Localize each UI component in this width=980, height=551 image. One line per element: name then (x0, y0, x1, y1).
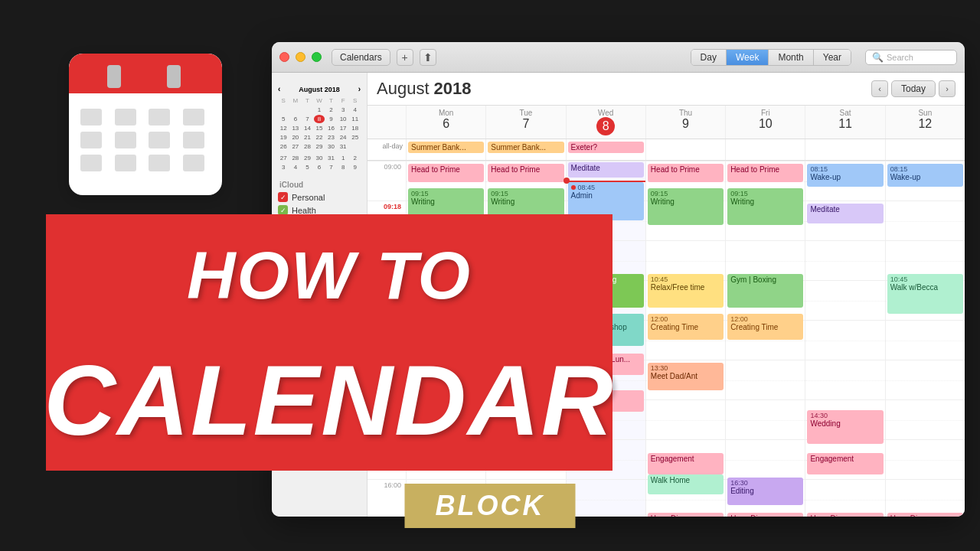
allday-event-exeter[interactable]: Exeter? (568, 142, 644, 153)
event-have-dinner-sat[interactable]: Have Dinner (807, 513, 883, 517)
search-box[interactable]: 🔍 Search (865, 50, 957, 65)
add-button[interactable]: + (397, 49, 413, 66)
event-walk-home[interactable]: Walk Home (648, 474, 724, 494)
event-meditate-wed[interactable]: Meditate (568, 162, 644, 178)
allday-fri (725, 139, 805, 160)
day-column-fri: Head to Prime 09:15 Writing Gym | Boxing… (725, 161, 805, 517)
event-writing-fri[interactable]: 09:15 Writing (727, 188, 803, 225)
personal-checkbox[interactable]: ✓ (278, 192, 288, 202)
mini-cal-prev[interactable]: ‹ (278, 85, 280, 93)
event-wakeup-sun[interactable]: 08:15 Wake-up (887, 164, 963, 187)
event-head-to-prime-tue[interactable]: Head to Prime (488, 164, 564, 182)
event-head-prime-fri[interactable]: Head to Prime (727, 164, 803, 182)
how-to-text: HOW TO (187, 236, 472, 315)
event-have-dinner-thu[interactable]: Have Dinner (648, 513, 724, 517)
allday-event-summer[interactable]: Summer Bank... (408, 142, 484, 153)
how-to-overlay: HOW TO (46, 214, 612, 337)
event-head-to-prime-mon[interactable]: Head to Prime (408, 164, 484, 182)
day-headers: Mon6 Tue7 Wed8 Thu9 Fri10 Sat11 (368, 106, 965, 139)
allday-mon: Summer Bank... (406, 139, 485, 160)
view-switcher: Day Week Month Year (691, 49, 851, 66)
allday-row: all-day Summer Bank... Summer Bank... Ex… (368, 139, 965, 161)
block-badge: BLOCK (405, 484, 576, 528)
mini-cal-next[interactable]: › (358, 85, 361, 93)
event-head-prime-thu[interactable]: Head to Prime (648, 164, 724, 182)
calendar-header: August 2018 ‹ Today › (368, 73, 965, 106)
allday-wed: Exeter? (566, 139, 645, 160)
event-have-dinner-sun[interactable]: Have Dinner (887, 513, 963, 517)
event-engagement-thu[interactable]: Engagement (648, 453, 724, 474)
mini-calendar: ‹ August 2018 › SMTWTFS 1234 567891011 1… (272, 79, 367, 178)
event-wedding-sat[interactable]: 14:30 Wedding (807, 410, 883, 444)
day-column-sat: 08:15 Wake-up Meditate 14:30 Wedding Eng… (805, 161, 884, 517)
share-button[interactable]: ⬆ (420, 49, 436, 66)
next-week-btn[interactable]: › (939, 80, 956, 97)
day-header-wed: Wed8 (566, 106, 645, 139)
close-button[interactable] (279, 52, 289, 62)
event-meet-dad[interactable]: 13:30 Meet Dad/Ant (648, 363, 724, 390)
day-header-thu: Thu9 (645, 106, 725, 139)
year-view-btn[interactable]: Year (814, 50, 851, 65)
icloud-header: iCloud (272, 178, 367, 191)
event-writing-thu[interactable]: 09:15 Writing (648, 188, 724, 225)
maximize-button[interactable] (312, 52, 322, 62)
allday-sun (885, 139, 965, 160)
prev-week-btn[interactable]: ‹ (871, 80, 888, 97)
calendars-button[interactable]: Calendars (332, 49, 390, 66)
event-relax-thu[interactable]: 10:45 Relax/Free time (648, 274, 724, 308)
week-view-btn[interactable]: Week (727, 50, 769, 65)
allday-sat (805, 139, 884, 160)
day-header-tue: Tue7 (485, 106, 565, 139)
calendar-text: CALENDAR (44, 343, 614, 458)
month-view-btn[interactable]: Month (769, 50, 813, 65)
day-header-sat: Sat11 (805, 106, 884, 139)
event-wakeup-sat[interactable]: 08:15 Wake-up (807, 164, 883, 187)
calendar-app-icon (61, 31, 230, 199)
event-editing-fri[interactable]: 16:30 Editing (727, 478, 803, 505)
today-button[interactable]: Today (891, 80, 936, 97)
allday-event-summer-tue[interactable]: Summer Bank... (488, 142, 564, 153)
event-meditate-sat[interactable]: Meditate (807, 204, 883, 223)
day-column-thu: Head to Prime 09:15 Writing 10:45 Relax/… (645, 161, 725, 517)
title-bar: Calendars + ⬆ Day Week Month Year 🔍 Sear… (272, 42, 965, 73)
event-creating-thu[interactable]: 12:00 Creating Time (648, 314, 724, 340)
day-header-mon: Mon6 (406, 106, 485, 139)
allday-label: all-day (368, 139, 406, 160)
event-walk-becca[interactable]: 10:45 Walk w/Becca (887, 274, 963, 314)
allday-thu (645, 139, 725, 160)
day-header-fri: Fri10 (725, 106, 805, 139)
mini-cal-title: August 2018 (299, 86, 340, 93)
calendar-title: August 2018 (377, 79, 472, 99)
day-header-sun: Sun12 (885, 106, 965, 139)
day-view-btn[interactable]: Day (691, 50, 727, 65)
calendar-overlay: CALENDAR (46, 329, 612, 471)
event-gym-fri[interactable]: Gym | Boxing (727, 274, 803, 308)
event-creating-fri[interactable]: 12:00 Creating Time (727, 314, 803, 340)
minimize-button[interactable] (296, 52, 305, 62)
day-column-sun: 08:15 Wake-up 10:45 Walk w/Becca Have Di… (885, 161, 965, 517)
event-engagement-sat[interactable]: Engagement (807, 453, 883, 474)
sidebar-item-personal[interactable]: ✓ Personal (272, 191, 367, 204)
event-have-dinner-fri[interactable]: Have Dinner (727, 513, 803, 517)
allday-tue: Summer Bank... (485, 139, 565, 160)
search-icon: 🔍 (872, 52, 884, 63)
